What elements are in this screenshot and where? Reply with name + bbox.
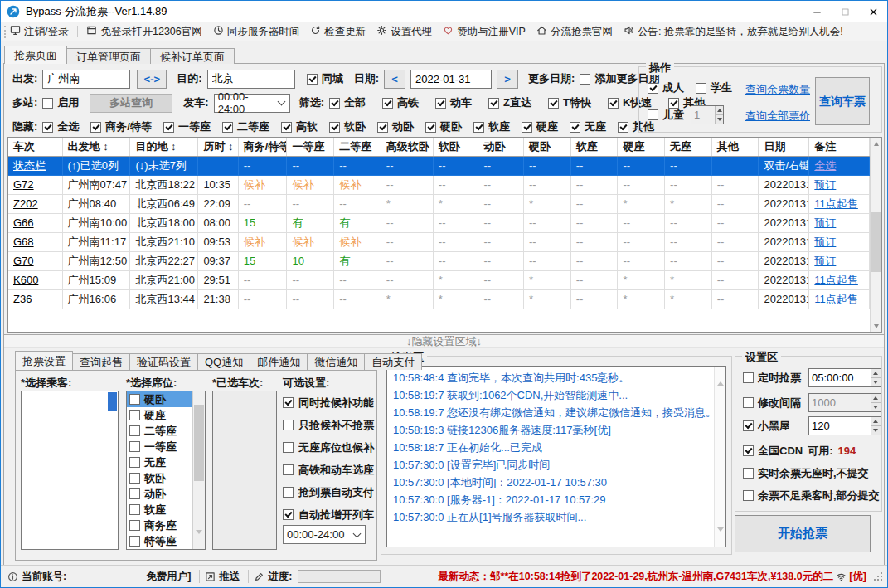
note-link[interactable]: 预订 bbox=[814, 216, 836, 229]
note-link[interactable]: 11点起售 bbox=[814, 293, 858, 305]
column-header[interactable]: 商务/特等 bbox=[238, 138, 287, 156]
spinner-buttons[interactable] bbox=[715, 106, 723, 124]
column-header[interactable]: 无座 bbox=[665, 138, 712, 156]
table-row[interactable]: Z36广州16:06北京西13:4421:38------**--*--**--… bbox=[8, 289, 870, 309]
optional-setting-0[interactable]: 同时抢候补功能 bbox=[283, 396, 374, 410]
train-link[interactable]: Z202 bbox=[13, 197, 38, 210]
seat-option-9[interactable]: 特等座 bbox=[127, 533, 192, 549]
seat-option-5[interactable]: 软卧 bbox=[127, 470, 192, 486]
timed-grab-checkbox[interactable]: 定时抢票 bbox=[743, 371, 801, 386]
note-link[interactable]: 预订 bbox=[814, 178, 836, 191]
settings-tab-1[interactable]: 查询起售 bbox=[72, 353, 130, 370]
scrollbar-thumb[interactable] bbox=[871, 212, 881, 272]
note-link[interactable]: 预订 bbox=[814, 255, 836, 267]
multi-station-enable-checkbox[interactable]: 启用 bbox=[42, 95, 79, 110]
next-date-button[interactable]: > bbox=[497, 70, 518, 89]
column-header[interactable]: 二等座 bbox=[334, 138, 381, 156]
column-header[interactable]: 目的地 ↕ bbox=[130, 138, 198, 156]
table-row[interactable]: G72广州南07:47北京西18:2210:35候补候补候补----------… bbox=[8, 175, 870, 194]
settings-tab-3[interactable]: QQ通知 bbox=[197, 353, 250, 370]
spinner-buttons[interactable] bbox=[871, 369, 881, 386]
optional-setting-4[interactable]: 抢到票自动支付 bbox=[283, 485, 374, 499]
note-link[interactable]: 全选 bbox=[814, 159, 836, 172]
scroll-up-icon[interactable] bbox=[871, 138, 881, 149]
table-row[interactable]: G70广州南12:50北京西22:2709:371510有-----------… bbox=[8, 251, 870, 270]
hide-checkbox-9[interactable]: 硬座 bbox=[522, 119, 558, 134]
maximize-button[interactable] bbox=[831, 1, 859, 22]
resize-grip[interactable] bbox=[873, 571, 884, 582]
menubar-item-2[interactable]: 同步服务器时间 bbox=[213, 25, 300, 39]
scroll-down-icon[interactable] bbox=[717, 532, 724, 544]
table-row[interactable]: G68广州南11:17北京西21:1009:53候补候补候补----------… bbox=[8, 232, 870, 251]
selected-trains-listbox[interactable] bbox=[212, 391, 277, 550]
column-header[interactable]: 硬卧 bbox=[524, 138, 571, 156]
output-scrollbar[interactable] bbox=[714, 367, 725, 547]
spin-down-icon[interactable] bbox=[871, 425, 881, 435]
seat-option-2[interactable]: 二等座 bbox=[127, 423, 192, 439]
note-link[interactable]: 11点起售 bbox=[814, 197, 858, 210]
column-header[interactable]: 高级软卧 bbox=[381, 138, 433, 156]
column-header[interactable]: 软座 bbox=[570, 138, 618, 156]
column-header[interactable]: 一等座 bbox=[287, 138, 334, 156]
table-row[interactable]: K600广州15:09北京西21:0029:51--------*--*--**… bbox=[8, 270, 870, 289]
seat-option-1[interactable]: 硬座 bbox=[127, 407, 192, 423]
date-input[interactable] bbox=[410, 70, 492, 89]
column-header[interactable]: 日期 bbox=[759, 138, 809, 156]
multi-station-query-button[interactable]: 多站查询 bbox=[90, 94, 172, 113]
train-link[interactable]: G70 bbox=[13, 255, 34, 267]
hide-checkbox-4[interactable]: 高软 bbox=[281, 119, 318, 134]
main-tab-0[interactable]: 抢票页面 bbox=[4, 46, 67, 64]
column-header[interactable]: 车次 bbox=[8, 138, 62, 156]
cdn-checkbox[interactable]: 全国CDN bbox=[743, 444, 803, 459]
spin-down-icon[interactable] bbox=[871, 377, 881, 386]
close-button[interactable] bbox=[859, 1, 887, 22]
depart-time-select[interactable]: 00:00-24:00 bbox=[214, 94, 290, 113]
hide-checkbox-1[interactable]: 商务/特等 bbox=[90, 119, 152, 134]
hide-checkbox-6[interactable]: 动卧 bbox=[377, 119, 414, 134]
train-link[interactable]: G72 bbox=[13, 178, 34, 191]
menubar-item-0[interactable]: 注销/登录 bbox=[10, 25, 68, 39]
seat-option-6[interactable]: 动卧 bbox=[127, 486, 192, 502]
column-header[interactable]: 硬座 bbox=[618, 138, 665, 156]
main-tab-1[interactable]: 订单管理页面 bbox=[66, 48, 151, 64]
seat-option-8[interactable]: 商务座 bbox=[127, 518, 192, 533]
spin-up-icon[interactable] bbox=[871, 394, 881, 402]
table-row[interactable]: G66广州南10:00北京西18:0008:0015有有------------… bbox=[8, 213, 870, 232]
query-tickets-button[interactable]: 查询车票 bbox=[815, 77, 870, 125]
swap-stations-button[interactable]: <-> bbox=[137, 70, 167, 89]
settings-tab-0[interactable]: 抢票设置 bbox=[15, 351, 73, 370]
main-tab-2[interactable]: 候补订单页面 bbox=[150, 48, 235, 64]
spinner-buttons[interactable] bbox=[871, 417, 881, 435]
seat-listbox[interactable]: 硬卧硬座二等座一等座无座软卧动卧软座商务座特等座 bbox=[126, 391, 206, 550]
spin-down-icon[interactable] bbox=[716, 114, 723, 124]
blacklist-checkbox[interactable]: 小黑屋 bbox=[743, 419, 790, 434]
scroll-down-icon[interactable] bbox=[871, 320, 881, 332]
grab-time-range-select[interactable]: 00:00-24:00 bbox=[283, 525, 366, 544]
column-header[interactable]: 其他 bbox=[711, 138, 759, 156]
table-scrollbar[interactable] bbox=[870, 138, 881, 332]
passenger-scroll-thumb[interactable] bbox=[108, 392, 117, 411]
blacklist-spinner[interactable] bbox=[808, 416, 881, 435]
train-link[interactable]: 状态栏 bbox=[13, 159, 46, 172]
interval-checkbox[interactable]: 修改间隔 bbox=[743, 396, 801, 411]
optional-setting-3[interactable]: 高铁和动车选座 bbox=[283, 463, 374, 477]
column-header[interactable]: 出发地 ↕ bbox=[62, 138, 130, 156]
minimize-button[interactable] bbox=[803, 1, 831, 22]
scroll-up-icon[interactable] bbox=[717, 369, 724, 381]
spin-down-icon[interactable] bbox=[871, 402, 881, 411]
push-toggle[interactable]: 推送 bbox=[219, 570, 240, 584]
train-link[interactable]: Z36 bbox=[13, 293, 32, 305]
scrollbar-thumb[interactable] bbox=[194, 405, 204, 481]
child-checkbox[interactable]: 儿童 bbox=[648, 108, 684, 123]
passenger-listbox[interactable] bbox=[21, 391, 119, 550]
settings-tab-2[interactable]: 验证码设置 bbox=[129, 353, 198, 370]
menubar-item-5[interactable]: 赞助与注册VIP bbox=[443, 25, 526, 39]
settings-tab-4[interactable]: 邮件通知 bbox=[250, 353, 308, 370]
hide-checkbox-7[interactable]: 硬卧 bbox=[425, 119, 462, 134]
partial-submit-checkbox[interactable]: 余票不足乘客时,部分提交 bbox=[743, 488, 880, 503]
start-grabbing-button[interactable]: 开始抢票 bbox=[735, 515, 871, 552]
filter-checkbox-2[interactable]: 动车 bbox=[435, 95, 472, 110]
query-remaining-link[interactable]: 查询余票数量 bbox=[745, 82, 810, 97]
hide-checkbox-0[interactable]: 全选 bbox=[42, 119, 79, 134]
interval-spinner[interactable] bbox=[808, 393, 881, 412]
